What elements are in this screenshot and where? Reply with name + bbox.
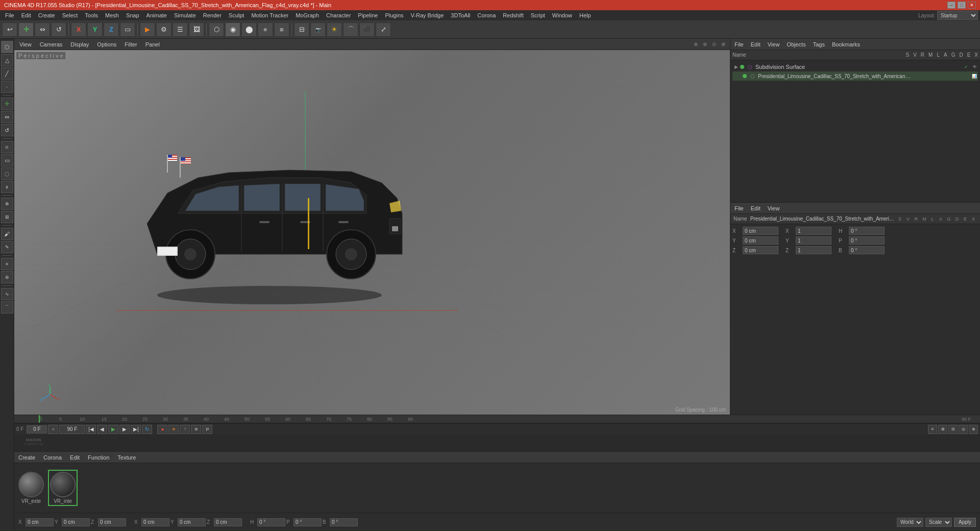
playhead[interactable] [39,415,40,423]
scale-z-input[interactable] [214,518,242,526]
menu-character[interactable]: Character [323,11,354,19]
menu-3dtoall[interactable]: 3DToAll [448,11,473,19]
brush-button[interactable]: ✎ [1,241,13,253]
attr-icon-2[interactable]: V [904,215,912,223]
menu-script[interactable]: Script [528,11,548,19]
menu-window[interactable]: Window [549,11,575,19]
loop-button[interactable]: ↻ [142,425,152,434]
menu-select[interactable]: Select [59,11,81,19]
rot-p-field[interactable] [849,236,885,245]
scale-x-input[interactable] [141,518,169,526]
shading-button[interactable]: ◉ [225,22,240,37]
record-button[interactable]: ● [157,425,167,434]
mat-function-menu[interactable]: Function [86,453,111,462]
camera-button[interactable]: 📷 [310,22,326,37]
key-sel-button[interactable]: ? [180,425,190,434]
polygon-mode-button[interactable]: △ [1,54,13,66]
phong-button[interactable]: ⬤ [241,22,257,37]
tree-item-limousine[interactable]: ⬡ Presidential_Limousine_Cadillac_SS_70_… [732,71,978,81]
deformer-button[interactable]: ⤢ [376,22,391,37]
step-back-button[interactable]: ◀ [97,425,107,434]
menu-help[interactable]: Help [576,11,594,19]
rect-select-button[interactable]: ▭ [1,154,13,166]
rot-h-field[interactable] [849,227,885,235]
obj-bookmarks-menu[interactable]: Bookmarks [830,40,862,49]
obj-edit-menu[interactable]: Edit [749,40,763,49]
transform-mode-dropdown[interactable]: Scale [925,518,952,527]
attr-file-menu[interactable]: File [732,204,746,212]
menu-mograph[interactable]: MoGraph [292,11,322,19]
attr-view-menu[interactable]: View [766,204,782,212]
lasso-select-button[interactable]: ◌ [1,167,13,180]
vis-check-1[interactable]: ✓ [963,63,970,70]
attr-icon-6[interactable]: A [937,215,944,223]
vp-panel-menu[interactable]: Panel [143,40,162,49]
axis-z-button[interactable]: Z [104,22,119,37]
edge-mode-button[interactable]: ╱ [1,67,13,80]
menu-file[interactable]: File [2,11,17,19]
attr-icon-1[interactable]: S [896,215,903,223]
menu-pipeline[interactable]: Pipeline [355,11,381,19]
vp-icon-1[interactable]: ⊕ [692,41,699,48]
key-remove-button[interactable]: ⊛ [191,425,201,434]
timeline-more-2[interactable]: ⊞ [938,425,947,434]
move-tool-button[interactable]: ✛ [1,98,13,110]
auto-key-button[interactable]: A [48,425,58,434]
timeline-more-3[interactable]: ⊟ [948,425,958,434]
menu-snap[interactable]: Snap [123,11,142,19]
vp-view-menu[interactable]: View [17,40,34,49]
axis-center-button[interactable]: ⊞ [1,211,13,223]
menu-vray[interactable]: V-Ray Bridge [408,11,447,19]
attr-icon-9[interactable]: E [962,215,969,223]
vp-options-menu[interactable]: Options [95,40,118,49]
tree-item-subdivision[interactable]: ▶ ⬡ Subdivision Surface ✓ 👁 [732,62,978,71]
attr-icon-4[interactable]: M [921,215,928,223]
gouraud-button[interactable]: ⊛ [258,22,273,37]
play-button[interactable]: ▶ [108,425,118,434]
step-start-button[interactable]: |◀ [86,425,96,434]
rot-b-field[interactable] [849,246,885,254]
render-settings-button[interactable]: ⚙ [156,22,172,37]
apply-button[interactable]: Apply [954,518,976,527]
menu-motiontracker[interactable]: Motion Tracker [248,11,291,19]
menu-simulate[interactable]: Simulate [171,11,199,19]
scale-x-field[interactable] [796,227,831,235]
timeline-more-1[interactable]: ≡ [928,425,937,434]
mat-create-menu[interactable]: Create [16,453,37,462]
material-item-1[interactable]: VR_exte [18,472,44,504]
frame-input-end[interactable]: 90 F [59,425,85,434]
obj-file-menu[interactable]: File [732,40,746,49]
layer-button[interactable]: ≡ [1,258,13,270]
maximize-button[interactable]: □ [958,2,966,9]
mat-edit-menu[interactable]: Edit [68,453,82,462]
minimize-button[interactable]: ─ [947,2,955,9]
texture-button[interactable]: ⊞ [274,22,289,37]
vp-icon-4[interactable]: ⊕ [720,41,727,48]
poly-select-button[interactable]: $ [1,181,13,193]
rotate-tool-button[interactable]: ↺ [1,124,13,136]
light-button[interactable]: ☀ [327,22,342,37]
mat-texture-menu[interactable]: Texture [115,453,138,462]
rot-p-input[interactable] [293,518,322,526]
menu-edit[interactable]: Edit [18,11,34,19]
vp-icon-3[interactable]: ⊙ [710,41,718,48]
obj-view-menu[interactable]: View [766,40,782,49]
scale-tool-button[interactable]: ⇔ [1,111,13,123]
material-sphere-interior[interactable] [50,472,76,497]
picture-viewer-button[interactable]: 🖼 [189,22,204,37]
snap-button[interactable]: ⊕ [1,198,13,210]
hair-button[interactable]: ∿ [1,288,13,300]
undo-button[interactable]: ↩ [2,22,17,37]
vp-filter-menu[interactable]: Filter [122,40,139,49]
material-item-2[interactable]: VR_inte [48,470,78,506]
spline-button[interactable]: ⌒ [343,22,358,37]
mat-corona-menu[interactable]: Corona [41,453,64,462]
menu-sculpt[interactable]: Sculpt [226,11,248,19]
obj-objects-menu[interactable]: Objects [785,40,807,49]
viewport-canvas[interactable]: P e r s p e c t i v e Grid Spacing : 100… [14,50,730,415]
close-button[interactable]: ✕ [968,2,976,9]
point-mode-button[interactable]: · [1,81,13,93]
pos-y-field[interactable] [743,236,778,245]
select-rect-button[interactable]: ▭ [120,22,135,37]
scale-y-field[interactable] [796,236,831,245]
